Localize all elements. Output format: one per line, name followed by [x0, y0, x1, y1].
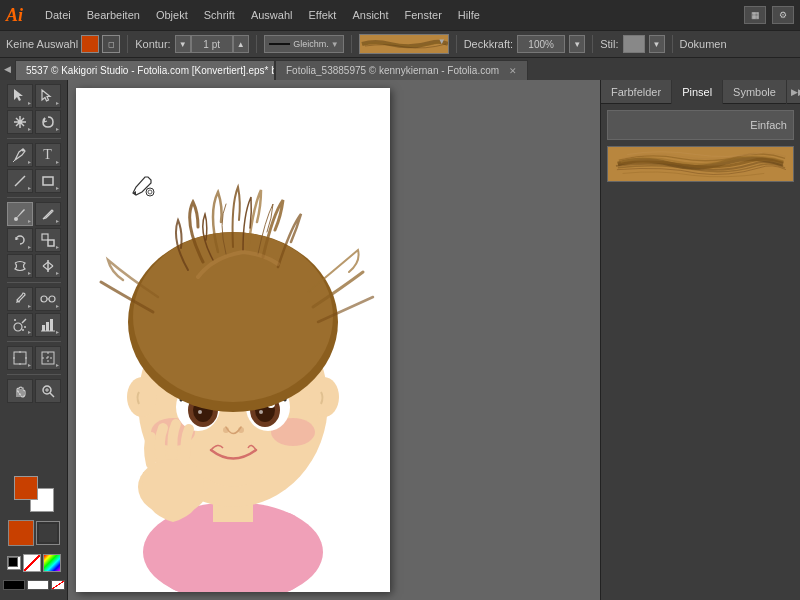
none-stroke-swatch[interactable] — [51, 580, 65, 590]
width-tool[interactable]: ▸ — [35, 254, 61, 278]
none-swatch[interactable] — [23, 554, 41, 572]
stil-arrow[interactable]: ▼ — [649, 35, 665, 53]
opacity-arrow[interactable]: ▼ — [569, 35, 585, 53]
symbol-sprayer-tool[interactable]: ▸ — [7, 313, 33, 337]
stroke-style-selector[interactable]: Gleichm. ▼ — [264, 35, 344, 53]
rotate-tool[interactable]: ▸ — [7, 228, 33, 252]
svg-rect-11 — [48, 240, 54, 246]
canvas-panel[interactable] — [76, 88, 390, 592]
foreground-swatch[interactable] — [14, 476, 38, 500]
tool-row-5: ▸ ▸ — [7, 202, 61, 226]
stroke-color-box[interactable] — [37, 522, 59, 544]
selection-label: Keine Auswahl — [6, 38, 78, 50]
svg-point-54 — [259, 410, 263, 414]
pen-corner: ▸ — [28, 158, 31, 165]
tab-2[interactable]: Fotolia_53885975 © kennykiernan - Fotoli… — [275, 60, 528, 80]
panel-expand-arrow[interactable]: ▶▶ — [787, 87, 800, 97]
tool-row-6: ▸ ▸ — [7, 228, 61, 252]
scale-tool[interactable]: ▸ — [35, 228, 61, 252]
svg-point-56 — [238, 427, 244, 433]
brush-einfach-label: Einfach — [750, 119, 787, 131]
brush-preview-selector[interactable]: ▼ — [359, 34, 449, 54]
fill-swatch[interactable] — [81, 35, 99, 53]
main-area: ▸ ▸ ▸ — [0, 80, 800, 600]
menu-auswahl[interactable]: Auswahl — [243, 0, 301, 30]
stroke-minus[interactable]: ▼ — [175, 35, 191, 53]
panel-body: Einfach — [601, 104, 800, 600]
pencil-tool[interactable]: ▸ — [35, 202, 61, 226]
stil-swatch[interactable] — [623, 35, 645, 53]
svg-point-5 — [21, 149, 24, 152]
svg-line-34 — [50, 393, 54, 397]
separator-5 — [592, 35, 593, 53]
stroke-style-arrow: ▼ — [331, 40, 339, 49]
line-tool[interactable]: ▸ — [7, 169, 33, 193]
blend-corner: ▸ — [56, 302, 59, 309]
color-mode-btn[interactable] — [43, 554, 61, 572]
menu-datei[interactable]: Datei — [37, 0, 79, 30]
stroke-plus[interactable]: ▲ — [233, 35, 249, 53]
tool-row-9: ▸ ▸ — [7, 313, 61, 337]
zoom-tool[interactable] — [35, 379, 61, 403]
canvas-area[interactable] — [68, 80, 600, 600]
blend-tool[interactable]: ▸ — [35, 287, 61, 311]
tab-2-close[interactable]: ✕ — [509, 66, 517, 76]
brush-einfach-row: Einfach — [607, 110, 794, 140]
graph-tool[interactable]: ▸ — [35, 313, 61, 337]
pen-tool[interactable]: ▸ — [7, 143, 33, 167]
svg-rect-23 — [50, 319, 53, 331]
tool-row-3: ▸ T ▸ — [7, 143, 61, 167]
opacity-input[interactable] — [517, 35, 565, 53]
separator-2 — [256, 35, 257, 53]
svg-point-14 — [41, 296, 47, 302]
direct-selection-tool[interactable]: ▸ — [35, 84, 61, 108]
tab-1[interactable]: 5537 © Kakigori Studio - Fotolia.com [Ko… — [15, 60, 275, 80]
menu-bar: Ai Datei Bearbeiten Objekt Schrift Auswa… — [0, 0, 800, 30]
stroke-width-input[interactable] — [191, 35, 233, 53]
paintbrush-tool[interactable]: ▸ — [7, 202, 33, 226]
menu-bearbeiten[interactable]: Bearbeiten — [79, 0, 148, 30]
svg-point-20 — [22, 329, 24, 331]
brush-stroke-big-preview[interactable] — [607, 146, 794, 182]
selection-tool[interactable]: ▸ — [7, 84, 33, 108]
app-logo: Ai — [6, 5, 23, 26]
svg-rect-40 — [163, 512, 303, 592]
swatch-controls — [7, 554, 61, 572]
artboard-tool[interactable]: ▸ — [7, 346, 33, 370]
default-colors-btn[interactable] — [7, 556, 21, 570]
slice-tool[interactable]: ▸ — [35, 346, 61, 370]
eyedropper-tool[interactable]: ▸ — [7, 287, 33, 311]
panel-tab-farbfelder[interactable]: Farbfelder — [601, 80, 672, 104]
tab-scroll-left[interactable]: ◀ — [0, 58, 15, 80]
lasso-tool[interactable]: ▸ — [35, 110, 61, 134]
tool-row-4: ▸ ▸ — [7, 169, 61, 193]
magic-wand-tool[interactable]: ▸ — [7, 110, 33, 134]
extras-button[interactable]: ⚙ — [772, 6, 794, 24]
illustration-svg — [76, 132, 390, 592]
black-swatch[interactable] — [3, 580, 25, 590]
panel-tab-symbole[interactable]: Symbole — [723, 80, 787, 104]
panel-tab-pinsel[interactable]: Pinsel — [672, 80, 723, 104]
fill-color-box[interactable] — [8, 520, 34, 546]
selection-corner: ▸ — [28, 99, 31, 106]
separator-6 — [672, 35, 673, 53]
svg-point-15 — [49, 296, 55, 302]
graph-corner: ▸ — [56, 328, 59, 335]
tab-2-label: Fotolia_53885975 © kennykiernan - Fotoli… — [286, 65, 499, 76]
separator-3 — [351, 35, 352, 53]
white-swatch[interactable] — [27, 580, 49, 590]
tool-sep-1 — [7, 138, 61, 139]
menu-hilfe[interactable]: Hilfe — [450, 0, 488, 30]
rectangle-tool[interactable]: ▸ — [35, 169, 61, 193]
menu-fenster[interactable]: Fenster — [397, 0, 450, 30]
arrangement-button[interactable]: ▦ — [744, 6, 766, 24]
menu-schrift[interactable]: Schrift — [196, 0, 243, 30]
tool-sep-4 — [7, 341, 61, 342]
hand-tool[interactable] — [7, 379, 33, 403]
warp-tool[interactable]: ▸ — [7, 254, 33, 278]
menu-ansicht[interactable]: Ansicht — [344, 0, 396, 30]
stroke-swatch[interactable]: ◻ — [102, 35, 120, 53]
menu-effekt[interactable]: Effekt — [300, 0, 344, 30]
menu-objekt[interactable]: Objekt — [148, 0, 196, 30]
type-tool[interactable]: T ▸ — [35, 143, 61, 167]
